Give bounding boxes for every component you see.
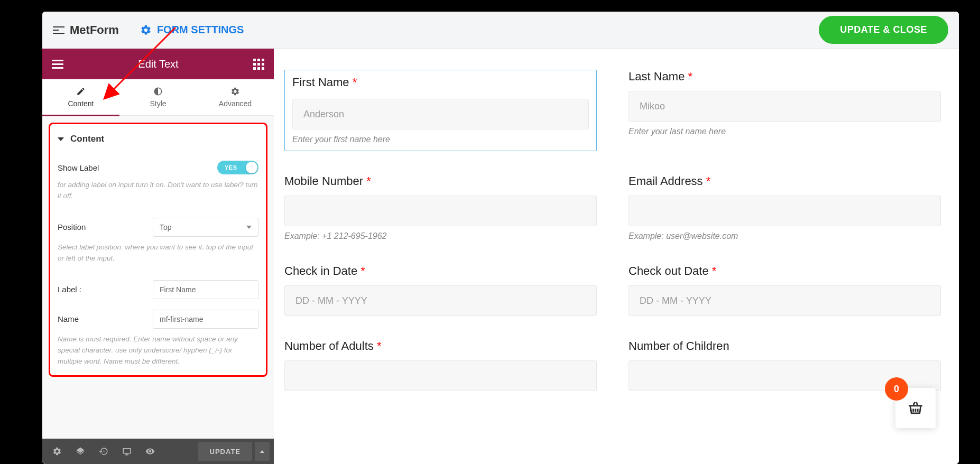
- form-settings-button[interactable]: FORM SETTINGS: [140, 24, 244, 36]
- top-bar: MetForm FORM SETTINGS UPDATE & CLOSE: [42, 12, 959, 49]
- check-out-label: Check out Date *: [628, 264, 941, 278]
- last-name-label: Last Name *: [628, 70, 941, 83]
- caret-up-icon: [260, 450, 264, 453]
- show-label-switch[interactable]: YES: [217, 161, 258, 174]
- check-in-label: Check in Date *: [284, 264, 597, 278]
- show-label-help: for adding label on input turn it on. Do…: [50, 178, 266, 210]
- mobile-hint: Example: +1 212-695-1962: [284, 231, 597, 241]
- navigator-button[interactable]: [70, 442, 91, 461]
- position-help: Select label position. where you want to…: [50, 240, 266, 273]
- required-star: *: [360, 264, 365, 277]
- switch-state-label: YES: [225, 164, 237, 171]
- field-email[interactable]: Email Address * Example: user@website.co…: [628, 174, 941, 241]
- field-check-out[interactable]: Check out Date *: [628, 264, 941, 316]
- name-input[interactable]: [153, 310, 258, 329]
- gear-icon: [52, 447, 62, 456]
- email-hint: Example: user@website.com: [628, 231, 941, 241]
- field-check-in[interactable]: Check in Date *: [284, 264, 597, 316]
- caret-down-icon: [58, 137, 64, 141]
- position-select[interactable]: Top: [153, 218, 258, 237]
- required-star: *: [688, 70, 693, 83]
- tab-content-label: Content: [68, 99, 94, 108]
- tab-style[interactable]: Style: [119, 79, 197, 115]
- required-star: *: [366, 174, 371, 188]
- cart-widget[interactable]: 0: [888, 381, 936, 428]
- field-last-name[interactable]: Last Name * Enter your last name here: [628, 70, 941, 151]
- update-options-button[interactable]: [255, 442, 270, 461]
- form-preview: First Name * Enter your first name here …: [274, 49, 959, 464]
- required-star: *: [706, 174, 711, 188]
- first-name-hint: Enter your first name here: [285, 129, 596, 151]
- layers-icon: [76, 447, 85, 456]
- editor-tabs: Content Style Advanced: [42, 79, 274, 116]
- children-label: Number of Children: [628, 339, 941, 353]
- bottom-toolbar: UPDATE: [42, 439, 274, 464]
- tab-advanced[interactable]: Advanced: [197, 79, 274, 115]
- check-out-input[interactable]: [628, 285, 941, 316]
- form-settings-label: FORM SETTINGS: [157, 24, 244, 36]
- app-title: MetForm: [53, 23, 119, 37]
- first-name-label: First Name *: [285, 70, 596, 89]
- contrast-icon: [153, 87, 163, 96]
- switch-knob: [246, 162, 257, 173]
- email-input[interactable]: [628, 196, 941, 226]
- last-name-input[interactable]: [628, 91, 941, 122]
- show-label-label: Show Label: [58, 163, 99, 172]
- history-icon: [99, 447, 108, 456]
- position-label: Position: [58, 222, 86, 231]
- mobile-label: Mobile Number *: [284, 174, 597, 188]
- field-mobile[interactable]: Mobile Number * Example: +1 212-695-1962: [284, 174, 597, 241]
- history-button[interactable]: [93, 442, 114, 461]
- hamburger-menu-icon[interactable]: [52, 58, 63, 71]
- content-section-highlight: Content Show Label YES for adding label …: [49, 123, 267, 377]
- check-in-input[interactable]: [284, 285, 597, 316]
- required-star: *: [353, 76, 357, 89]
- update-close-button[interactable]: UPDATE & CLOSE: [819, 16, 948, 44]
- content-accordion-toggle[interactable]: Content: [50, 124, 266, 153]
- field-first-name[interactable]: First Name * Enter your first name here: [284, 70, 597, 151]
- editor-modal: MetForm FORM SETTINGS UPDATE & CLOSE Edi…: [42, 12, 959, 464]
- widgets-grid-icon[interactable]: [253, 59, 264, 70]
- preview-button[interactable]: [140, 442, 161, 461]
- tab-content[interactable]: Content: [42, 79, 119, 115]
- name-help: Name is must required. Enter name withou…: [50, 332, 266, 376]
- email-label: Email Address *: [628, 174, 941, 188]
- sidebar-title: Edit Text: [63, 58, 253, 70]
- chevron-down-icon: [246, 226, 252, 229]
- required-star: *: [377, 339, 382, 352]
- editor-sidebar: Edit Text Content Style Advanced: [42, 49, 274, 464]
- name-field-label: Name: [58, 314, 79, 323]
- label-field-label: Label :: [58, 285, 81, 294]
- label-input[interactable]: [153, 280, 258, 299]
- metform-logo-icon: [53, 26, 64, 34]
- app-title-text: MetForm: [70, 23, 119, 37]
- responsive-button[interactable]: [116, 442, 137, 461]
- gear-icon: [230, 87, 240, 96]
- position-select-value: Top: [160, 223, 172, 231]
- mobile-input[interactable]: [284, 196, 597, 226]
- required-star: *: [712, 264, 717, 277]
- responsive-icon: [122, 447, 132, 456]
- basket-icon: [907, 399, 924, 417]
- content-section-title: Content: [70, 134, 104, 144]
- adults-label: Number of Adults *: [284, 339, 597, 353]
- update-button[interactable]: UPDATE: [198, 442, 252, 461]
- last-name-hint: Enter your last name here: [628, 127, 941, 136]
- first-name-input[interactable]: [292, 99, 589, 129]
- settings-button[interactable]: [47, 442, 68, 461]
- adults-input[interactable]: [284, 360, 597, 391]
- pencil-icon: [76, 87, 86, 96]
- field-adults[interactable]: Number of Adults *: [284, 339, 597, 391]
- tab-advanced-label: Advanced: [219, 99, 252, 108]
- sidebar-header: Edit Text: [42, 49, 274, 79]
- eye-icon: [145, 447, 155, 456]
- tab-style-label: Style: [150, 99, 166, 108]
- gear-icon: [140, 24, 152, 36]
- cart-count-badge: 0: [885, 377, 908, 401]
- panel-content: Content Show Label YES for adding label …: [42, 116, 274, 439]
